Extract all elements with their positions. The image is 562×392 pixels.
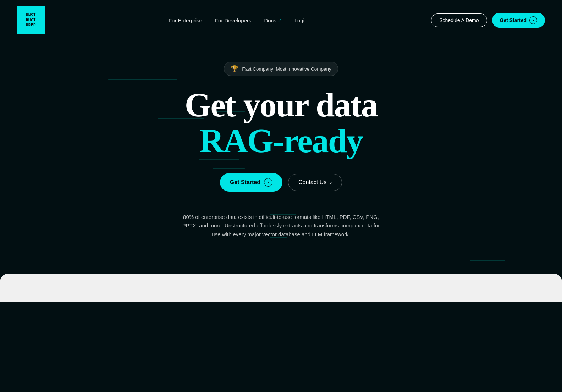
deco-line [142,64,183,64]
contact-us-button[interactable]: Contact Us › [288,174,342,191]
arrow-right-icon: › [529,16,537,24]
schedule-demo-button[interactable]: Schedule A Demo [431,13,487,27]
deco-line [473,115,509,115]
nav-login[interactable]: Login [294,17,308,23]
deco-line [404,243,438,243]
logo[interactable]: UNSTRUCTURED [17,6,45,34]
deco-line [470,260,505,261]
nav-actions: Schedule A Demo Get Started › [431,13,545,28]
deco-line [108,79,177,80]
deco-line [131,133,174,133]
deco-line [138,115,161,115]
cta-group: Get Started › Contact Us › [220,173,342,192]
external-link-icon: ↗ [278,18,282,23]
description-underline [270,245,292,245]
hero-description: 80% of enterprise data exists in difficu… [178,213,384,239]
deco-line [254,250,282,250]
contact-us-label: Contact Us [298,179,326,186]
deco-line [270,264,284,264]
arrow-right-icon: › [330,179,332,185]
headline-line1: Get your data [185,87,378,123]
nav-for-developers[interactable]: For Developers [215,17,252,23]
get-started-hero-button[interactable]: Get Started › [220,173,282,192]
arrow-right-icon: › [264,178,272,187]
get-started-label: Get Started [230,179,260,186]
navbar: UNSTRUCTURED For Enterprise For Develope… [0,0,562,40]
get-started-nav-button[interactable]: Get Started › [492,13,545,28]
deco-line [64,51,124,51]
nav-links: For Enterprise For Developers Docs ↗ Log… [169,17,307,23]
hero-section: 🏆 Fast Company: Most Innovative Company … [0,40,562,266]
deco-line [470,103,519,103]
award-icon: 🏆 [231,65,238,73]
deco-line [470,78,530,78]
badge-text: Fast Company: Most Innovative Company [242,66,331,72]
deco-line [495,90,537,90]
nav-docs[interactable]: Docs ↗ [264,17,281,23]
award-badge: 🏆 Fast Company: Most Innovative Company [224,62,338,76]
headline-line2: RAG-ready [185,123,378,159]
deco-line [473,51,516,51]
deco-line [213,168,245,169]
deco-line [470,64,523,64]
deco-line [261,259,282,259]
hero-headline: Get your data RAG-ready [185,87,378,159]
deco-line [135,147,169,147]
deco-line [472,129,500,129]
deco-line [452,250,498,250]
nav-for-enterprise[interactable]: For Enterprise [169,17,202,23]
bottom-section [0,274,562,302]
deco-line [252,200,298,200]
logo-text: UNSTRUCTURED [26,13,36,27]
